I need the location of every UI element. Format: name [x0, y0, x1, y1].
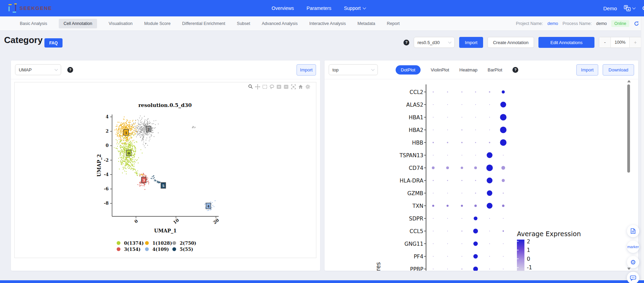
scrollbar-thumb[interactable] [627, 84, 630, 173]
annotation-toolbar: ? res0.5_d30 Import Create Annotation Ed… [403, 37, 641, 48]
help-icon[interactable]: ? [67, 67, 73, 73]
svg-text:PF4: PF4 [414, 254, 423, 260]
svg-text:-1: -1 [527, 265, 532, 271]
refresh-icon[interactable] [634, 21, 639, 26]
tab-subset[interactable]: Subset [237, 21, 250, 26]
umap-panel: UMAP ? Import [11, 60, 320, 271]
tab-cell-annotation[interactable]: Cell Annotation [59, 19, 97, 28]
svg-text:A: A [627, 8, 629, 11]
import-annotation-button[interactable]: Import [459, 37, 483, 48]
svg-text:Features: Features [375, 262, 382, 271]
nav-overviews[interactable]: Overviews [272, 5, 294, 11]
help-icon[interactable]: ? [512, 67, 518, 73]
feedback-fab-button[interactable] [627, 272, 639, 283]
tab-violinplot[interactable]: ViolinPlot [431, 67, 449, 72]
settings-gear-icon[interactable]: ⚙ [642, 5, 644, 11]
svg-text:1: 1 [125, 131, 127, 135]
tab-visualisation[interactable]: Visualisation [109, 21, 133, 26]
dotplot-chart[interactable]: CCL2ALAS2HBA1HBA2HBBTSPAN13CD74HLA-DRAGZ… [325, 79, 638, 271]
svg-text:HBA2: HBA2 [409, 127, 423, 133]
svg-text:-2: -2 [104, 158, 109, 163]
tab-heatmap[interactable]: Heatmap [460, 67, 478, 72]
svg-text:TXN: TXN [412, 203, 423, 209]
svg-text:-6: -6 [104, 186, 109, 191]
marker-fab-button[interactable]: marker [627, 241, 639, 253]
page-scrollbar[interactable] [641, 16, 644, 283]
plot-type-select[interactable]: UMAP [15, 64, 61, 75]
project-info: Project Name: demo Process Name: demo On… [516, 16, 639, 31]
settings-fab-button[interactable]: ⚙ [627, 256, 639, 268]
zoom-icon[interactable] [249, 85, 252, 89]
top-navigation-bar: SEEKGENE Overviews Parameters Support De… [0, 0, 644, 16]
project-name-value[interactable]: demo [547, 21, 558, 26]
reset-axes-home-icon[interactable] [299, 85, 303, 89]
tab-differential-enrichment[interactable]: Differential Enrichment [182, 21, 225, 26]
svg-text:UMAP_1: UMAP_1 [154, 228, 177, 234]
svg-text:4: 4 [106, 114, 109, 119]
tab-basic-analysis[interactable]: Basic Analysis [20, 21, 47, 26]
zoom-in-button[interactable]: + [630, 37, 641, 48]
bottom-accent-bar [0, 280, 644, 283]
svg-text:CCL5: CCL5 [410, 228, 423, 234]
tab-dotplot[interactable]: DotPlot [396, 65, 421, 75]
svg-text:CCL2: CCL2 [410, 89, 423, 95]
tab-barplot[interactable]: BarPlot [488, 67, 502, 72]
scroll-up-arrow[interactable] [627, 80, 631, 82]
tab-module-score[interactable]: Module Score [144, 21, 170, 26]
process-name-label: Process Name: [563, 21, 592, 26]
document-fab-button[interactable] [627, 225, 639, 237]
nav-parameters[interactable]: Parameters [306, 5, 331, 11]
svg-text:UMAP_2: UMAP_2 [96, 154, 102, 177]
gear-icon: ⚙ [630, 259, 636, 266]
user-menu[interactable]: Demo [603, 5, 617, 11]
lasso-select-icon[interactable] [270, 85, 274, 89]
zoom-out-icon[interactable] [284, 85, 288, 89]
svg-text:1: 1 [527, 247, 530, 253]
gene-set-select[interactable]: top [329, 64, 378, 75]
status-badge: Online [611, 20, 629, 27]
svg-text:2: 2 [106, 129, 109, 134]
svg-text:0: 0 [527, 256, 530, 262]
create-annotation-button[interactable]: Create Annotation [488, 37, 534, 48]
top-nav-links: Overviews Parameters Support [272, 0, 366, 16]
seekgene-logo[interactable]: SEEKGENE [9, 3, 52, 13]
plot-settings-gear-icon[interactable] [306, 85, 310, 89]
scroll-down-arrow[interactable] [627, 268, 631, 270]
language-switcher[interactable]: A [624, 5, 635, 11]
svg-text:2: 2 [148, 127, 150, 131]
document-icon [630, 228, 636, 234]
zoom-out-button[interactable]: - [599, 37, 611, 48]
topbar-right-group: Demo A ⚙ [603, 0, 644, 16]
chevron-down-icon [371, 68, 375, 71]
dotplot-download-button[interactable]: Download [603, 64, 634, 76]
zoom-in-icon[interactable] [277, 85, 281, 89]
help-icon[interactable]: ? [403, 40, 409, 45]
umap-import-button[interactable]: Import [297, 64, 316, 76]
autoscale-icon[interactable] [291, 85, 296, 89]
resolution-select[interactable]: res0.5_d30 [414, 37, 455, 48]
dotplot-import-button[interactable]: Import [576, 64, 598, 76]
marker-panel-header: top DotPlot ViolinPlot Heatmap BarPlot ?… [325, 60, 638, 79]
svg-text:GZMB: GZMB [407, 190, 423, 197]
chevron-down-icon [55, 68, 58, 71]
tab-interactive-analysis[interactable]: Interactive Analysis [309, 21, 346, 26]
page-title: Category [4, 35, 43, 45]
faq-button[interactable]: FAQ [44, 38, 63, 48]
svg-text:TSPAN13: TSPAN13 [399, 152, 423, 159]
nav-support[interactable]: Support [344, 5, 366, 11]
tab-report[interactable]: Report [387, 21, 400, 26]
chevron-down-icon [362, 6, 366, 9]
umap-scatter-plot[interactable]: 420-2-4-6-801020resolution.0.5_d30UMAP_1… [11, 79, 320, 271]
box-select-icon[interactable] [263, 85, 267, 89]
tab-metadata[interactable]: Metadata [357, 21, 375, 26]
chart-type-tabs: DotPlot ViolinPlot Heatmap BarPlot [396, 65, 502, 75]
marker-genes-panel: top DotPlot ViolinPlot Heatmap BarPlot ?… [325, 60, 638, 271]
process-name-value: demo [596, 21, 607, 26]
tab-advanced-analysis[interactable]: Advanced Analysis [262, 21, 298, 26]
pan-icon[interactable] [255, 84, 260, 90]
svg-text:0: 0 [128, 151, 130, 155]
svg-text:ALAS2: ALAS2 [406, 102, 423, 108]
module-tab-bar: Basic Analysis Cell Annotation Visualisa… [0, 16, 644, 31]
edit-annotations-button[interactable]: Edit Annotations [538, 37, 594, 48]
chevron-down-icon [632, 6, 635, 9]
